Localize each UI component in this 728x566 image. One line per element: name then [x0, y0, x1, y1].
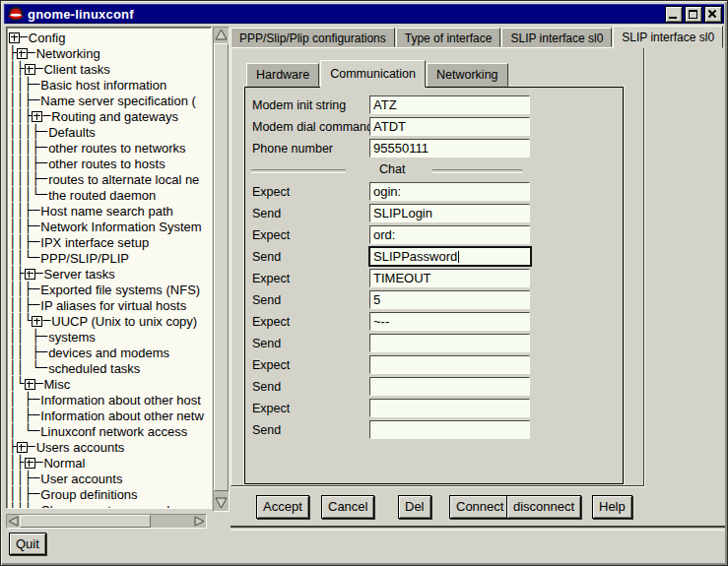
tree-item-routing-and-gateways[interactable]: ││├─Routing and gateways [9, 108, 211, 124]
expand-box-icon[interactable] [32, 316, 42, 327]
tree-item-networking[interactable]: ├─Networking [9, 45, 211, 61]
tree-item-network-information-system[interactable]: ││├─Network Information System [9, 219, 211, 234]
tree-item-exported-file-systems-nfs[interactable]: ││├─Exported file systems (NFS) [9, 282, 211, 297]
tree-item-users-accounts[interactable]: ├─Users accounts [9, 439, 211, 455]
tree-item-group-definitions[interactable]: ││├─Group definitions [9, 486, 211, 502]
field-input-modem-init-string[interactable]: ATZ [369, 95, 530, 114]
field-input-send[interactable] [369, 334, 530, 352]
field-input-expect[interactable] [369, 399, 530, 417]
tree-item-ip-aliases-for-virtual-hosts[interactable]: ││├─IP aliases for virtual hosts [9, 297, 211, 313]
field-input-expect[interactable]: ~-- [369, 312, 530, 331]
tree-item-user-accounts[interactable]: ││├─User accounts [9, 471, 211, 486]
tree-item-other-routes-to-networks[interactable]: │││├─other routes to networks [9, 140, 211, 156]
accept-button[interactable]: Accept [256, 495, 309, 519]
tree-item-linuxconf-network-access[interactable]: │ └─Linuxconf network access [9, 423, 211, 439]
tree-item-label: Exported file systems (NFS) [40, 283, 200, 297]
tree-item-label: Misc [43, 377, 70, 392]
tree-item-label: Server tasks [43, 267, 114, 282]
expand-box-icon[interactable] [17, 48, 28, 59]
field-label: Expect [252, 402, 290, 415]
tree-item-defaults[interactable]: │││├─Defaults [9, 124, 211, 140]
field-value: ogin: [373, 184, 401, 199]
tree-guides: ├ [9, 45, 17, 61]
connect-button[interactable]: Connect [449, 495, 510, 519]
tree-vertical-scrollbar[interactable] [213, 27, 230, 512]
tree-item-ipx-interface-setup[interactable]: ││├─IPX interface setup [9, 234, 211, 250]
horizontal-scroll-thumb[interactable] [20, 515, 151, 528]
tree-item-systems[interactable]: ││ ├─systems [9, 329, 211, 345]
expand-box-icon[interactable] [17, 442, 28, 453]
cancel-button[interactable]: Cancel [321, 495, 374, 519]
maximize-button[interactable] [685, 6, 702, 23]
expand-box-icon[interactable] [25, 379, 35, 390]
vertical-scroll-thumb[interactable] [214, 43, 229, 491]
expand-box-icon[interactable] [9, 32, 20, 43]
field-input-send[interactable] [369, 377, 530, 396]
expand-box-icon[interactable] [25, 458, 35, 469]
tree-item-label: scheduled tasks [48, 361, 140, 376]
tree-item-label: Normal [43, 456, 85, 471]
tree-item-information-about-other-host[interactable]: │ ├─Information about other host [9, 392, 211, 408]
field-input-send[interactable]: 5 [369, 290, 530, 309]
field-input-send[interactable] [369, 420, 530, 439]
quit-button[interactable]: Quit [9, 533, 46, 555]
tree-item-misc[interactable]: │└─Misc [9, 376, 211, 392]
tree-item-name-server-specification[interactable]: ││├─Name server specification ( [9, 93, 211, 108]
tree-guides: ─ [35, 266, 43, 282]
field-row: SendSLIPLogin [245, 204, 623, 225]
tab-communication-1[interactable]: Communication [320, 60, 426, 88]
tree-guides: ││├─ [9, 486, 39, 502]
field-row: Modem init stringATZ [245, 95, 623, 117]
tree-item-ppp-slip-plip[interactable]: ││└─PPP/SLIP/PLIP [9, 250, 211, 266]
tab-ppp-slip-plip-configurations-0[interactable]: PPP/Slip/Plip configurations [231, 28, 395, 47]
tree-item-label: Routing and gateways [51, 109, 178, 124]
tree-item-host-name-search-path[interactable]: ││├─Host name search path [9, 203, 211, 219]
field-input-send[interactable]: SLIPLogin [369, 204, 530, 222]
config-tree[interactable]: ─Config├─Networking│├─Client tasks││├─Ba… [6, 27, 212, 509]
tree-item-basic-host-information[interactable]: ││├─Basic host information [9, 77, 211, 93]
tab-networking-2[interactable]: Networking [427, 63, 508, 87]
tree-item-information-about-other-netw[interactable]: │ ├─Information about other netw [9, 408, 211, 423]
field-input-expect[interactable]: TIMEOUT [369, 269, 530, 287]
tree-item-label: Client tasks [43, 62, 109, 77]
tree-item-scheduled-tasks[interactable]: ││ └─scheduled tasks [9, 360, 211, 376]
tree-item-devices-and-modems[interactable]: ││ ├─devices and modems [9, 345, 211, 360]
tree-item-server-tasks[interactable]: │├─Server tasks [9, 266, 211, 282]
del-button[interactable]: Del [398, 495, 431, 519]
tree-item-the-routed-daemon[interactable]: │││└─the routed daemon [9, 187, 211, 203]
help-button[interactable]: Help [592, 495, 632, 519]
tree-item-uucp-unix-to-unix-copy[interactable]: ││└─UUCP (Unix to unix copy) [9, 313, 211, 329]
tree-item-other-routes-to-hosts[interactable]: │││├─other routes to hosts [9, 156, 211, 171]
field-input-modem-dial-command[interactable]: ATDT [369, 117, 530, 136]
tree-horizontal-scrollbar[interactable] [6, 514, 207, 529]
chat-label: Chat [379, 162, 405, 176]
tree-guides: ││├─ [9, 93, 39, 108]
field-input-send[interactable]: SLIPPassword [368, 246, 532, 267]
scroll-down-icon[interactable] [214, 495, 229, 510]
tree-item-config[interactable]: ─Config [9, 30, 211, 45]
tree-guides: ││├─ [9, 282, 39, 297]
tree-item-change-root-password[interactable]: ││├─Change root password [9, 502, 211, 509]
expand-box-icon[interactable] [25, 64, 35, 75]
tree-guides: ─ [35, 376, 43, 392]
tab-slip-interface-sl0-2[interactable]: SLIP interface sl0 [501, 28, 612, 47]
field-input-expect[interactable]: ord: [369, 225, 530, 244]
field-value: SLIPLogin [373, 206, 432, 220]
field-input-phone-number[interactable]: 95550111 [369, 139, 530, 157]
tab-hardware-0[interactable]: Hardware [246, 63, 319, 87]
tab-type-of-interface-1[interactable]: Type of interface [396, 28, 501, 47]
minimize-button[interactable] [665, 6, 683, 23]
tree-item-routes-to-alternate-local-ne[interactable]: │││├─routes to alternate local ne [9, 171, 211, 187]
tab-slip-interface-sl0-3[interactable]: SLIP interface sl0 [613, 26, 723, 48]
field-input-expect[interactable]: ogin: [369, 182, 530, 201]
expand-box-icon[interactable] [32, 111, 42, 122]
tree-item-client-tasks[interactable]: │├─Client tasks [9, 61, 211, 77]
disconnect-button[interactable]: disconnect [506, 495, 581, 519]
scroll-up-icon[interactable] [214, 28, 229, 42]
scroll-left-icon[interactable] [7, 515, 20, 528]
expand-box-icon[interactable] [25, 269, 35, 280]
close-button[interactable] [704, 6, 722, 23]
scroll-right-icon[interactable] [193, 515, 206, 528]
field-input-expect[interactable] [369, 355, 530, 374]
tree-item-normal[interactable]: │├─Normal [9, 455, 211, 471]
